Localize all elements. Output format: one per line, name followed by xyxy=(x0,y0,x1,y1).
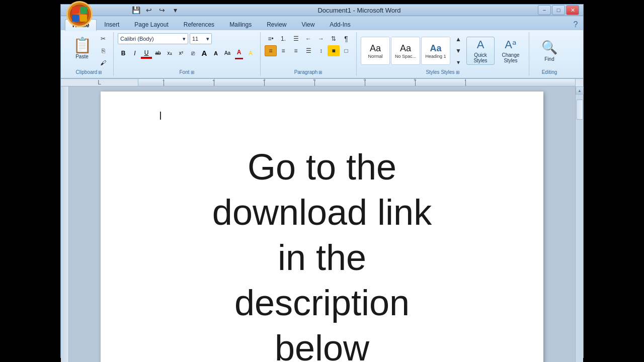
styles-scroll-down[interactable]: ▼ xyxy=(452,45,464,56)
clipboard-group: 📋 Paste ✂ ⎘ 🖌 Clipboard ⊞ xyxy=(65,32,114,76)
minimize-button[interactable]: − xyxy=(538,5,551,15)
editing-group-content: 🔍 Find xyxy=(535,33,564,68)
font-case-button[interactable]: Aa xyxy=(222,48,233,59)
clipboard-right: ✂ ⎘ 🖌 xyxy=(97,33,109,68)
font-group-content: Calibri (Body) ▾ 11 ▾ B I U xyxy=(118,33,256,68)
window-controls: − □ ✕ xyxy=(538,5,579,15)
paragraph-group-label: Paragraph ⊞ xyxy=(265,68,352,75)
underline-container: U xyxy=(141,47,152,59)
font-size-dropdown[interactable]: 11 ▾ xyxy=(190,33,212,44)
editing-group-label: Editing xyxy=(533,68,566,75)
align-center-button[interactable]: ≡ xyxy=(277,45,289,56)
ruler-number: 4 xyxy=(313,79,315,82)
borders-button[interactable]: □ xyxy=(340,45,352,56)
change-styles-icon: Aᵃ xyxy=(505,38,517,51)
maximize-button[interactable]: □ xyxy=(552,5,565,15)
tab-page-layout[interactable]: Page Layout xyxy=(127,18,176,30)
font-expand-icon[interactable]: ⊞ xyxy=(191,70,195,75)
office-button[interactable] xyxy=(66,1,93,27)
styles-gallery: Aa Normal Aa No Spac... Aa Heading 1 xyxy=(361,37,450,65)
style-normal[interactable]: Aa Normal xyxy=(361,37,390,65)
font-color-button[interactable]: A xyxy=(233,47,245,58)
paragraph-group-content: ≡• 1. ☰ ← → ⇅ ¶ ≡ ≡ ≡ ☰ ↕ ■ xyxy=(265,33,352,68)
ribbon-help-button[interactable]: ? xyxy=(570,19,581,30)
outdent-button[interactable]: ← xyxy=(302,33,314,44)
scroll-thumb[interactable] xyxy=(576,100,583,120)
shading-button[interactable]: ■ xyxy=(328,45,340,56)
tab-review[interactable]: Review xyxy=(259,18,294,30)
editing-large-button[interactable]: 🔍 Find xyxy=(535,37,564,65)
tab-bar: Home Insert Page Layout References Maili… xyxy=(61,16,583,30)
styles-more[interactable]: ▾ xyxy=(452,57,464,68)
superscript-button[interactable]: x² xyxy=(176,48,187,59)
undo-button[interactable]: ↩ xyxy=(143,5,154,16)
scrollbar-top-corner xyxy=(575,79,583,86)
redo-button[interactable]: ↪ xyxy=(156,5,168,16)
clipboard-expand-icon[interactable]: ⊞ xyxy=(98,70,102,75)
editing-col: 🔍 Find xyxy=(535,37,564,65)
style-heading1[interactable]: Aa Heading 1 xyxy=(421,37,450,65)
font-group: Calibri (Body) ▾ 11 ▾ B I U xyxy=(114,32,261,76)
styles-group-label: Styles Styles ⊞ xyxy=(361,68,525,75)
tab-mailings[interactable]: Mailings xyxy=(222,18,259,30)
more-button[interactable]: ▾ xyxy=(170,5,181,16)
text-cursor xyxy=(160,112,161,120)
close-button[interactable]: ✕ xyxy=(566,5,579,15)
font-grow-button[interactable]: A xyxy=(199,48,210,59)
styles-group: Aa Normal Aa No Spac... Aa Heading 1 xyxy=(357,32,529,76)
clear-format-button[interactable]: ⎚ xyxy=(187,48,198,59)
sort-button[interactable]: ⇅ xyxy=(328,33,340,44)
numbering-button[interactable]: 1. xyxy=(277,33,289,44)
tab-insert[interactable]: Insert xyxy=(97,18,127,30)
scrollbar-right: ▲ ▼ xyxy=(575,86,583,362)
subscript-button[interactable]: x₂ xyxy=(164,48,175,59)
ruler-number: 7 xyxy=(464,79,466,82)
indent-button[interactable]: → xyxy=(315,33,327,44)
scroll-track[interactable] xyxy=(576,95,583,362)
tab-view[interactable]: View xyxy=(294,18,323,30)
editing-group: 🔍 Find Editing xyxy=(529,32,570,76)
ruler-number: 3 xyxy=(263,79,265,82)
change-styles-button[interactable]: Aᵃ Change Styles xyxy=(497,37,525,65)
font-shrink-button[interactable]: A xyxy=(210,48,221,59)
horizontal-ruler[interactable]: 1 2 3 4 5 6 7 xyxy=(138,79,575,86)
document-page[interactable] xyxy=(101,92,543,362)
font-highlight-button[interactable]: A xyxy=(245,48,256,59)
paragraph-row1: ≡• 1. ☰ ← → ⇅ ¶ xyxy=(265,33,352,44)
styles-side-buttons: ▲ ▼ ▾ xyxy=(452,34,464,68)
quick-styles-button[interactable]: A Quick Styles xyxy=(466,37,495,65)
multilevel-button[interactable]: ☰ xyxy=(290,33,302,44)
copy-button[interactable]: ⎘ xyxy=(97,45,109,56)
bold-button[interactable]: B xyxy=(118,48,129,59)
tab-references[interactable]: References xyxy=(176,18,222,30)
font-color-container: A xyxy=(233,47,245,59)
quick-styles-label: Quick Styles xyxy=(473,52,487,63)
scroll-up-button[interactable]: ▲ xyxy=(576,86,584,95)
ruler-container: L 1 2 3 4 5 6 7 xyxy=(61,79,583,86)
vertical-ruler[interactable] xyxy=(61,86,69,362)
bullets-button[interactable]: ≡• xyxy=(265,33,277,44)
italic-button[interactable]: I xyxy=(129,48,140,59)
style-no-spacing[interactable]: Aa No Spac... xyxy=(391,37,420,65)
format-painter-button[interactable]: 🖌 xyxy=(97,57,109,68)
styles-group-content: Aa Normal Aa No Spac... Aa Heading 1 xyxy=(361,33,525,68)
marks-button[interactable]: ¶ xyxy=(340,33,352,44)
tab-add-ins[interactable]: Add-Ins xyxy=(322,18,358,30)
justify-button[interactable]: ☰ xyxy=(302,45,314,56)
strikethrough-button[interactable]: ab xyxy=(152,48,164,59)
document-area[interactable]: Go to the download link in the descripti… xyxy=(69,86,575,362)
change-styles-label: Change Styles xyxy=(502,52,519,63)
align-right-button[interactable]: ≡ xyxy=(290,45,302,56)
clipboard-group-label: Clipboard ⊞ xyxy=(69,68,109,75)
editing-icon: 🔍 xyxy=(541,40,557,55)
save-button[interactable]: 💾 xyxy=(130,5,141,16)
align-left-button[interactable]: ≡ xyxy=(265,45,277,56)
paste-button[interactable]: 📋 Paste xyxy=(69,33,95,62)
line-spacing-button[interactable]: ↕ xyxy=(315,45,327,56)
font-name-dropdown[interactable]: Calibri (Body) ▾ xyxy=(118,33,188,44)
paragraph-expand-icon[interactable]: ⊞ xyxy=(318,70,323,75)
ruler-corner[interactable]: L xyxy=(61,79,138,86)
styles-scroll-up[interactable]: ▲ xyxy=(452,34,464,45)
cut-button[interactable]: ✂ xyxy=(97,33,109,44)
styles-expand-icon[interactable]: ⊞ xyxy=(456,70,460,75)
